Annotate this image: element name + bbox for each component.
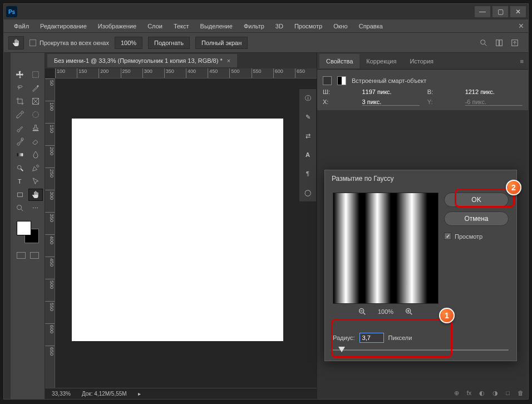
- close-tab-icon[interactable]: ×: [227, 57, 230, 64]
- scroll-all-checkbox[interactable]: Прокрутка во всех окнах: [29, 40, 109, 46]
- trash-icon[interactable]: 🗑: [518, 390, 524, 397]
- fg-color-swatch[interactable]: [17, 221, 31, 235]
- document-tab-label: Без имени-1 @ 33,3% (Прямоугольник 1 коп…: [54, 57, 223, 64]
- swatches-panel-icon[interactable]: ◯: [302, 187, 313, 198]
- menu-edit[interactable]: Редактирование: [35, 21, 92, 32]
- type-tool[interactable]: T: [13, 175, 27, 188]
- lasso-tool[interactable]: [13, 82, 27, 94]
- brush-panel-icon[interactable]: ✎: [302, 111, 313, 122]
- menu-text[interactable]: Текст: [168, 21, 195, 32]
- scroll-all-label: Прокрутка во всех окнах: [40, 40, 109, 46]
- fit-button[interactable]: Подогнать: [148, 37, 190, 49]
- fx-icon[interactable]: fx: [467, 390, 472, 397]
- ruler-horizontal: 100150200250300350400450500550600650: [55, 68, 317, 78]
- menu-window[interactable]: Окно: [328, 21, 353, 32]
- char-panel-icon[interactable]: A: [302, 149, 313, 160]
- adjustment-icon[interactable]: ◑: [492, 390, 498, 397]
- zoom-100-button[interactable]: 100%: [115, 37, 142, 49]
- svg-line-25: [410, 313, 412, 314]
- hand-tool[interactable]: [28, 189, 43, 201]
- menu-file[interactable]: Файл: [8, 21, 35, 32]
- preview-checkbox[interactable]: ✓ Просмотр: [444, 233, 509, 240]
- arrange-icon[interactable]: [495, 38, 504, 47]
- x-field[interactable]: 3 пикс.: [362, 98, 420, 106]
- radius-input[interactable]: [359, 333, 384, 343]
- menu-3d[interactable]: 3D: [270, 21, 289, 32]
- blur-tool[interactable]: [28, 149, 43, 161]
- annotation-badge-1: 1: [439, 308, 455, 323]
- dodge-tool[interactable]: [13, 162, 27, 174]
- path-select-tool[interactable]: [28, 175, 43, 188]
- ps-logo: Ps: [6, 6, 17, 17]
- options-bar: Прокрутка во всех окнах 100% Подогнать П…: [4, 33, 528, 53]
- share-icon[interactable]: [510, 38, 519, 47]
- menu-view[interactable]: Просмотр: [289, 21, 328, 32]
- screenmode-icon[interactable]: [30, 252, 39, 259]
- tab-properties[interactable]: Свойства: [319, 54, 359, 68]
- radius-slider[interactable]: [333, 346, 509, 354]
- rectangle-tool[interactable]: [13, 189, 27, 201]
- gaussian-blur-dialog: Размытие по Гауссу 100% OK Отмена ✓ Прос: [324, 170, 517, 361]
- hand-tool-icon[interactable]: [8, 36, 24, 50]
- tab-history[interactable]: История: [403, 54, 440, 68]
- edit-toolbar[interactable]: ⋯: [28, 202, 43, 214]
- info-panel-icon[interactable]: ⓘ: [302, 92, 313, 104]
- svg-point-11: [21, 138, 23, 140]
- eraser-tool[interactable]: [28, 135, 43, 147]
- zoom-tool[interactable]: [13, 202, 27, 214]
- menu-filter[interactable]: Фильтр: [238, 21, 270, 32]
- properties-panel: Встроенный смарт-объект Ш:1197 пикс. В:1…: [317, 70, 528, 110]
- move-tool[interactable]: [13, 68, 27, 81]
- canvas[interactable]: [72, 119, 283, 341]
- zoom-out-icon[interactable]: [358, 307, 367, 316]
- frame-tool[interactable]: [28, 95, 43, 107]
- patch-tool[interactable]: [28, 109, 43, 121]
- menu-help[interactable]: Справка: [353, 21, 388, 32]
- ok-button[interactable]: OK: [444, 193, 509, 207]
- brush-tool[interactable]: [13, 122, 27, 134]
- zoom-in-icon[interactable]: [405, 307, 413, 316]
- color-swatches[interactable]: [17, 221, 39, 243]
- eyedropper-tool[interactable]: [13, 109, 27, 121]
- menubar-close-icon[interactable]: ×: [519, 21, 524, 31]
- adjust-panel-icon[interactable]: ⇄: [302, 130, 313, 141]
- mask-icon[interactable]: ◐: [479, 390, 485, 397]
- quickmask-icon[interactable]: [17, 252, 26, 259]
- marquee-tool[interactable]: [28, 68, 43, 81]
- menu-select[interactable]: Выделение: [195, 21, 238, 32]
- minimize-button[interactable]: —: [475, 6, 490, 17]
- svg-point-9: [32, 112, 38, 118]
- panel-bottom-icons: ⊕ fx ◐ ◑ □ 🗑: [454, 390, 524, 397]
- svg-rect-16: [17, 193, 22, 197]
- cancel-button[interactable]: Отмена: [444, 211, 509, 226]
- pen-tool[interactable]: [28, 162, 43, 174]
- dialog-preview[interactable]: [333, 193, 439, 304]
- y-field[interactable]: -6 пикс.: [465, 98, 523, 106]
- main-area: T ⋯ Без имени-1 @ 33,3% (Прямоугольник 1…: [4, 53, 528, 399]
- gradient-tool[interactable]: [13, 149, 27, 161]
- svg-rect-2: [496, 40, 499, 46]
- crop-tool[interactable]: [13, 95, 27, 107]
- menu-layers[interactable]: Слои: [142, 21, 168, 32]
- close-button[interactable]: ✕: [510, 6, 526, 17]
- wand-tool[interactable]: [28, 82, 43, 94]
- maximize-button[interactable]: ▢: [492, 6, 508, 17]
- search-icon[interactable]: [479, 38, 488, 47]
- panel-menu-icon[interactable]: ≡: [520, 58, 524, 65]
- new-icon[interactable]: □: [506, 390, 510, 397]
- para-panel-icon[interactable]: ¶: [302, 168, 313, 179]
- status-zoom[interactable]: 33,33%: [52, 391, 71, 397]
- radius-unit: Пиксели: [388, 334, 412, 341]
- history-brush-tool[interactable]: [13, 135, 27, 147]
- document-tab[interactable]: Без имени-1 @ 33,3% (Прямоугольник 1 коп…: [47, 54, 237, 67]
- svg-line-21: [363, 313, 365, 314]
- menu-image[interactable]: Изображение: [92, 21, 142, 32]
- fullscreen-button[interactable]: Полный экран: [195, 37, 248, 49]
- link-icon[interactable]: ⊕: [454, 390, 459, 397]
- app-window: Ps — ▢ ✕ Файл Редактирование Изображение…: [3, 3, 529, 400]
- tab-correction[interactable]: Коррекция: [359, 54, 403, 68]
- preview-label: Просмотр: [455, 233, 482, 240]
- annotation-badge-2: 2: [506, 180, 521, 195]
- svg-line-1: [485, 44, 486, 46]
- stamp-tool[interactable]: [28, 122, 43, 134]
